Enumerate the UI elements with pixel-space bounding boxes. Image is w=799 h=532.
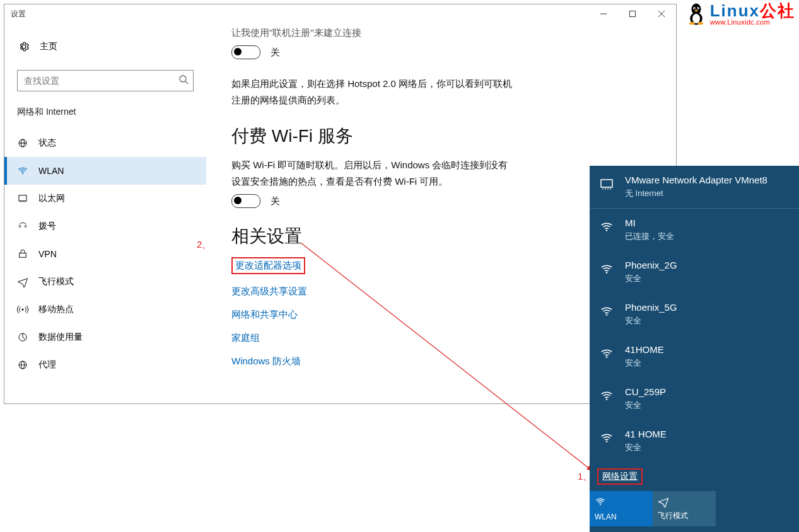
network-name: VMware Network Adapter VMnet8 <box>625 175 767 185</box>
network-cu259p[interactable]: CU_259P安全 <box>590 378 799 420</box>
wifi-icon <box>598 345 615 362</box>
svg-point-15 <box>19 226 21 228</box>
svg-point-18 <box>22 309 24 311</box>
annotation-2: 2、 <box>197 239 211 251</box>
home-button[interactable]: 主页 <box>4 35 206 59</box>
wifi-icon <box>598 303 615 320</box>
link-network-center[interactable]: 网络和共享中心 <box>231 309 651 321</box>
svg-point-40 <box>606 314 608 316</box>
network-41home[interactable]: 41HOME安全 <box>590 335 799 378</box>
link-firewall[interactable]: Windows 防火墙 <box>231 356 651 367</box>
close-button[interactable] <box>647 4 676 23</box>
paid-note: 购买 Wi-Fi 即可随时联机。启用以后，Windows 会临时连接到没有设置安… <box>231 157 515 189</box>
network-sub: 安全 <box>625 400 666 411</box>
search-input[interactable] <box>17 70 194 91</box>
search-wrap <box>17 70 194 91</box>
svg-point-26 <box>692 14 700 23</box>
svg-point-9 <box>22 173 23 174</box>
minimize-icon <box>600 11 607 17</box>
nav-label: 拨号 <box>38 221 56 232</box>
svg-point-32 <box>697 22 703 25</box>
hotspot-note: 如果启用此设置，则在选择 Hotspot 2.0 网络后，你可以看到可联机注册的… <box>231 76 515 108</box>
button-label: 飞行模式 <box>658 511 711 521</box>
nav-label: 数据使用量 <box>38 332 83 343</box>
svg-rect-17 <box>20 253 26 258</box>
nav-label: 状态 <box>38 137 56 149</box>
flyout-wlan-button[interactable]: WLAN <box>590 491 653 526</box>
network-name: Phoenix_2G <box>625 260 677 270</box>
network-sub: 无 Internet <box>625 188 767 199</box>
data-icon <box>16 332 30 343</box>
related-links: 更改适配器选项 更改高级共享设置 网络和共享中心 家庭组 Windows 防火墙 <box>231 257 651 367</box>
vpn-icon <box>16 248 30 260</box>
section-paid-wifi: 付费 Wi-Fi 服务 <box>231 124 651 148</box>
network-name: CU_259P <box>625 386 666 397</box>
toggle-paid-wifi[interactable] <box>231 194 260 208</box>
logo-url: www.Linuxidc.com <box>710 19 795 26</box>
annotation-1: 1、 <box>578 471 592 483</box>
svg-rect-10 <box>19 195 26 201</box>
nav-label: 移动热点 <box>38 304 74 315</box>
status-icon <box>16 137 30 149</box>
maximize-button[interactable] <box>618 4 647 23</box>
network-settings-link[interactable]: 网络设置 <box>597 468 643 485</box>
svg-point-16 <box>25 226 26 228</box>
dialup-icon <box>16 221 30 232</box>
airplane-icon <box>658 496 669 507</box>
search-icon <box>178 74 189 87</box>
network-sub: 安全 <box>625 442 667 453</box>
home-label: 主页 <box>40 41 57 52</box>
nav-ethernet[interactable]: 以太网 <box>4 185 206 212</box>
svg-point-4 <box>180 76 186 82</box>
settings-window: 设置 主页 网络和 Internet <box>4 4 677 404</box>
svg-point-41 <box>606 356 608 358</box>
network-name: 41 HOME <box>625 429 667 439</box>
button-label: WLAN <box>595 512 648 521</box>
network-phoenix5g[interactable]: Phoenix_5G安全 <box>590 293 799 335</box>
toggle-online-signup[interactable] <box>231 45 260 59</box>
window-title: 设置 <box>11 9 589 20</box>
category-label: 网络和 Internet <box>4 107 206 118</box>
flyout-airplane-button[interactable]: 飞行模式 <box>653 491 716 526</box>
nav-airplane[interactable]: 飞行模式 <box>4 268 206 296</box>
linux-logo: Linux公社 www.Linuxidc.com <box>686 3 795 26</box>
nav-label: 飞行模式 <box>38 276 74 287</box>
link-homegroup[interactable]: 家庭组 <box>231 332 651 344</box>
wifi-icon <box>598 430 615 446</box>
network-flyout: VMware Network Adapter VMnet8无 Internet … <box>590 166 799 532</box>
ethernet-icon <box>598 176 615 192</box>
network-name: MI <box>625 217 674 228</box>
nav-dialup[interactable]: 拨号 <box>4 212 206 240</box>
proxy-icon <box>16 359 30 371</box>
network-mi[interactable]: MI已连接，安全 <box>590 209 799 251</box>
nav-hotspot[interactable]: 移动热点 <box>4 296 206 323</box>
nav-proxy[interactable]: 代理 <box>4 351 206 379</box>
network-41-home[interactable]: 41 HOME安全 <box>590 420 799 462</box>
network-name: 41HOME <box>625 344 664 355</box>
nav-datausage[interactable]: 数据使用量 <box>4 323 206 351</box>
svg-point-44 <box>600 504 601 505</box>
section-related: 相关设置 <box>231 224 651 248</box>
nav-label: WLAN <box>38 166 64 176</box>
network-phoenix2g[interactable]: Phoenix_2G安全 <box>590 251 799 293</box>
ethernet-icon <box>16 193 30 204</box>
link-adapter-options[interactable]: 更改适配器选项 <box>231 257 305 274</box>
titlebar: 设置 <box>4 4 676 23</box>
toggle-label: 关 <box>271 47 280 59</box>
svg-line-5 <box>185 81 188 84</box>
svg-point-43 <box>606 441 608 442</box>
svg-point-38 <box>606 229 608 231</box>
wifi-icon <box>598 219 615 235</box>
network-name: Phoenix_5G <box>625 302 677 313</box>
link-advanced-sharing[interactable]: 更改高级共享设置 <box>231 286 651 298</box>
network-vmware[interactable]: VMware Network Adapter VMnet8无 Internet <box>590 166 799 208</box>
nav-wlan[interactable]: WLAN <box>4 157 206 185</box>
nav-label: 以太网 <box>38 193 65 204</box>
nav-vpn[interactable]: VPN <box>4 240 206 268</box>
flyout-buttons: WLAN 飞行模式 <box>590 491 799 526</box>
content-area: 主页 网络和 Internet 状态 WLAN 以太网 <box>4 23 676 403</box>
network-sub: 已连接，安全 <box>625 231 674 242</box>
nav-label: 代理 <box>38 359 56 371</box>
nav-status[interactable]: 状态 <box>4 129 206 157</box>
minimize-button[interactable] <box>589 4 618 23</box>
